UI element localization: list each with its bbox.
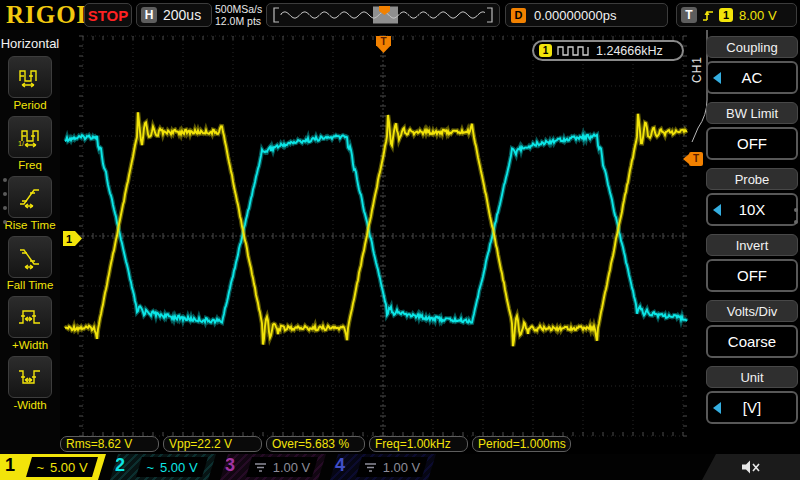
- speaker-muted-icon: [739, 458, 763, 476]
- waveform-display-area[interactable]: 1: [62, 30, 690, 437]
- sidebar-title: Horizontal: [0, 30, 60, 51]
- sidebar-item-rise-time[interactable]: Rise Time: [0, 176, 60, 231]
- trigger-info-chip[interactable]: T 1 8.00 V: [676, 3, 797, 27]
- graticule-and-traces: 1: [62, 30, 690, 437]
- delay-value: 0.00000000ps: [534, 8, 616, 23]
- menu-item-coupling[interactable]: Coupling AC: [706, 36, 798, 94]
- menu-item-invert[interactable]: Invert OFF: [706, 234, 798, 292]
- channel-status-bar: 1 ~5.00 V 2 ~5.00 V 3 1.00 V 4 1.00 V: [0, 454, 800, 480]
- ch4-scale: 1.00 V: [383, 460, 421, 475]
- channel-4-tab[interactable]: 4 1.00 V: [330, 454, 436, 480]
- ch3-scale: 1.00 V: [273, 460, 311, 475]
- menu-channel-tab-label: CH1: [690, 56, 704, 83]
- channel-3-tab[interactable]: 3 1.00 V: [220, 454, 326, 480]
- plus-width-icon: [16, 304, 44, 330]
- channel-1-tab[interactable]: 1 ~5.00 V: [0, 454, 106, 480]
- ch1-coupling-glyph: ~: [36, 460, 44, 475]
- rigol-logo: RIGOL: [6, 1, 94, 29]
- rise-time-icon: [16, 184, 44, 210]
- rising-edge-icon: [701, 8, 715, 23]
- submenu-arrow-icon: [713, 402, 721, 414]
- oscilloscope-screen: RIGOL STOP H 200us 500MSa/s 12.0M pts D …: [0, 0, 800, 480]
- ch1-zero-marker[interactable]: 1: [63, 231, 82, 246]
- trigger-key-icon: T: [681, 7, 697, 23]
- measure-sidebar: Horizontal Period 1/ Freq Rise Time: [0, 30, 60, 454]
- menu-item-volts-div[interactable]: Volts/Div Coarse: [706, 300, 798, 358]
- sidebar-item-fall-time[interactable]: Fall Time: [0, 236, 60, 291]
- submenu-arrow-icon: [713, 72, 721, 84]
- delay-icon: D: [511, 8, 526, 23]
- measurement-freq[interactable]: Freq=1.00kHz: [369, 436, 468, 452]
- sidebar-item-pos-width[interactable]: +Width: [0, 296, 60, 351]
- run-state-label: STOP: [88, 7, 129, 24]
- ground-coupling-icon: [254, 462, 267, 473]
- sidebar-item-period[interactable]: Period: [0, 56, 60, 111]
- sidebar-item-freq[interactable]: 1/ Freq: [0, 116, 60, 171]
- acquisition-info: 500MSa/s 12.0M pts: [215, 3, 262, 27]
- menu-item-unit[interactable]: Unit [V]: [706, 366, 798, 424]
- ch1-scale: 5.00 V: [50, 460, 88, 475]
- submenu-arrow-icon: [713, 204, 721, 216]
- freq-counter-channel-badge: 1: [539, 44, 552, 57]
- timebase-value: 200us: [163, 7, 201, 23]
- measurement-vpp[interactable]: Vpp=22.2 V: [163, 436, 262, 452]
- channel-menu-panel: CH1 Coupling AC BW Limit OFF Probe 10X I…: [690, 30, 800, 454]
- ground-coupling-icon: [364, 462, 377, 473]
- trigger-level-value: 8.00 V: [739, 8, 777, 23]
- horizontal-key-icon: H: [141, 7, 157, 23]
- trigger-source-badge: 1: [719, 8, 733, 22]
- measurement-overshoot[interactable]: Over=5.683 %: [266, 436, 365, 452]
- sample-rate: 500MSa/s: [215, 3, 262, 15]
- freq-counter-value: 1.24666kHz: [596, 44, 663, 58]
- menu-item-bw-limit[interactable]: BW Limit OFF: [706, 102, 798, 160]
- record-position-preview[interactable]: [266, 3, 500, 27]
- square-wave-icon: [557, 45, 591, 57]
- svg-text:1: 1: [66, 233, 72, 245]
- scroll-indicator-dots: [3, 178, 7, 224]
- measurement-results-bar: Rms=8.62 V Vpp=22.2 V Over=5.683 % Freq=…: [60, 436, 692, 454]
- ch2-trace: [65, 135, 687, 323]
- measurement-period[interactable]: Period=1.000ms: [472, 436, 571, 452]
- sidebar-item-neg-width[interactable]: -Width: [0, 356, 60, 411]
- measurement-rms[interactable]: Rms=8.62 V: [60, 436, 159, 452]
- minus-width-icon: [16, 364, 44, 390]
- ch2-trace-glow: [65, 135, 687, 323]
- freq-icon: 1/: [16, 124, 44, 150]
- ch2-coupling-glyph: ~: [146, 460, 154, 475]
- ch2-scale: 5.00 V: [160, 460, 198, 475]
- memory-depth: 12.0M pts: [215, 15, 262, 27]
- channel-2-tab[interactable]: 2 ~5.00 V: [110, 454, 216, 480]
- graticule-grid: [79, 36, 687, 436]
- fall-time-icon: [16, 244, 44, 270]
- trigger-delay-chip[interactable]: D 0.00000000ps: [505, 3, 668, 27]
- period-icon: [16, 64, 44, 90]
- menu-page-dots: [794, 208, 798, 224]
- hardware-freq-counter: 1 1.24666kHz: [532, 40, 684, 61]
- run-stop-indicator[interactable]: STOP: [84, 3, 132, 27]
- record-waveform-strip: [270, 5, 496, 25]
- trigger-level-marker[interactable]: T: [689, 152, 703, 166]
- sound-status-area[interactable]: [702, 454, 800, 480]
- horizontal-timebase-chip[interactable]: H 200us: [136, 3, 212, 27]
- svg-text:1/: 1/: [18, 140, 24, 147]
- menu-item-probe[interactable]: Probe 10X: [706, 168, 798, 226]
- top-status-bar: RIGOL STOP H 200us 500MSa/s 12.0M pts D …: [0, 0, 800, 30]
